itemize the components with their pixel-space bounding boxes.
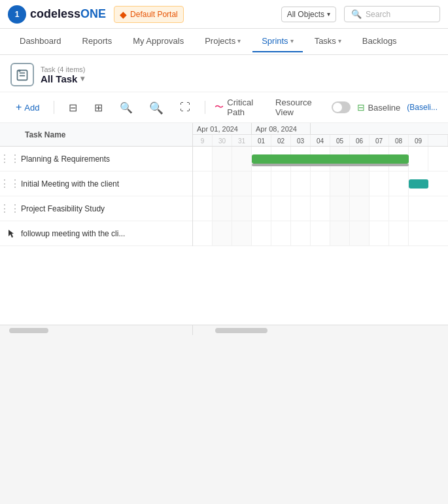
gantt-chart-row-4 <box>193 221 448 246</box>
task-icon <box>10 63 34 86</box>
main-content: Task (4 items) All Task ▾ + Add ⊟ ⊞ 🔍 🔍 … <box>0 55 448 335</box>
gantt-date-header: Apr 01, 2024 Apr 08, 2024 9 30 31 01 02 … <box>193 123 448 147</box>
tasks-arrow-icon: ▾ <box>338 37 341 45</box>
left-scrollbar[interactable] <box>0 325 193 335</box>
drag-dots-icon-1: ⋮⋮ <box>0 153 20 165</box>
critical-path-button[interactable]: 〜 Critical Path <box>215 98 269 117</box>
nav-backlogs[interactable]: Backlogs <box>353 31 406 52</box>
nav-sprints[interactable]: Sprints ▾ <box>252 31 302 52</box>
task-row-1[interactable]: ⋮⋮ Planning & Requirements <box>0 147 192 171</box>
date-day-02: 02 <box>271 135 291 147</box>
gantt-container: Task Name ⋮⋮ Planning & Requirements ⋮⋮ … <box>0 123 448 246</box>
task-name-col-header: Task Name <box>20 130 192 139</box>
baseline-label: Baseline <box>368 103 400 113</box>
date-day-04: 04 <box>311 135 330 147</box>
task-title-text: All Task <box>41 73 77 84</box>
topbar: 1 codelessONE ◆ Default Portal All Objec… <box>0 0 448 29</box>
gantt-progress-planning <box>252 164 409 166</box>
task-title-arrow-icon: ▾ <box>80 74 84 83</box>
date-day-09: 09 <box>409 135 428 147</box>
search-placeholder: Search <box>366 10 390 19</box>
nav-tasks[interactable]: Tasks ▾ <box>305 31 351 52</box>
nav-dashboard[interactable]: Dashboard <box>10 31 71 52</box>
date-day-06: 06 <box>350 135 370 147</box>
row-drag-handle-2[interactable]: ⋮⋮ <box>0 177 20 190</box>
svg-point-3 <box>18 70 20 72</box>
expand-icon: ⊞ <box>94 101 103 114</box>
row-drag-handle-1[interactable]: ⋮⋮ <box>0 153 20 165</box>
drag-dots-icon-2: ⋮⋮ <box>0 177 20 190</box>
search-box[interactable]: 🔍 Search <box>344 6 440 22</box>
add-label: Add <box>24 103 39 113</box>
collapse-button[interactable]: ⊟ <box>63 99 82 117</box>
zoom-in-button[interactable]: 🔍 <box>145 99 168 117</box>
date-day-08: 08 <box>389 135 409 147</box>
objects-label: All Objects <box>287 10 324 19</box>
task-title-area: Task (4 items) All Task ▾ <box>41 65 85 84</box>
bottom-scroll-area <box>0 325 448 335</box>
gantt-chart-rows <box>193 147 448 246</box>
logo[interactable]: 1 codelessONE <box>8 5 106 24</box>
logo-icon: 1 <box>8 5 26 24</box>
all-objects-button[interactable]: All Objects ▾ <box>281 7 336 22</box>
separator-2 <box>205 101 205 114</box>
resource-view-button[interactable]: Resource View <box>275 98 351 117</box>
gantt-chart-row-2 <box>193 171 448 196</box>
row-drag-handle-3[interactable]: ⋮⋮ <box>0 202 20 215</box>
resource-view-toggle[interactable] <box>332 101 351 113</box>
date-day-30: 30 <box>213 135 232 147</box>
critical-path-icon: 〜 <box>215 101 224 113</box>
right-scroll-thumb[interactable] <box>215 328 267 333</box>
task-name-4: followup meeting with the cli... <box>20 229 192 238</box>
task-row-4[interactable]: followup meeting with the cli... <box>0 221 192 246</box>
gantt-bar-initial-meeting[interactable] <box>409 179 428 189</box>
task-row-3[interactable]: ⋮⋮ Project Feasibility Study <box>0 196 192 221</box>
portal-icon: ◆ <box>120 9 127 20</box>
cursor-icon <box>7 228 15 239</box>
nav-reports[interactable]: Reports <box>73 31 122 52</box>
baseline-button[interactable]: ⊟ Baseline <box>357 102 400 113</box>
left-scroll-thumb[interactable] <box>9 328 48 333</box>
search-icon: 🔍 <box>351 9 362 19</box>
sprints-arrow-icon: ▾ <box>290 37 294 45</box>
gantt-task-list: Task Name ⋮⋮ Planning & Requirements ⋮⋮ … <box>0 123 193 246</box>
navbar: Dashboard Reports My Approvals Projects … <box>0 29 448 55</box>
date-day-07: 07 <box>370 135 389 147</box>
critical-path-label: Critical Path <box>227 98 269 117</box>
zoom-out-button[interactable]: 🔍 <box>114 99 138 117</box>
projects-arrow-icon: ▾ <box>237 37 241 45</box>
zoom-in-icon: 🔍 <box>149 101 164 115</box>
fullscreen-button[interactable]: ⛶ <box>175 99 196 116</box>
task-subtitle: Task (4 items) <box>41 65 85 73</box>
task-title-dropdown[interactable]: All Task ▾ <box>41 73 85 84</box>
add-button[interactable]: + Add <box>10 99 44 116</box>
date-day-10 <box>428 135 448 147</box>
task-row-2[interactable]: ⋮⋮ Initial Meeting with the client <box>0 171 192 196</box>
objects-chevron-icon: ▾ <box>327 10 330 18</box>
task-name-3: Project Feasibility Study <box>20 204 192 213</box>
expand-button[interactable]: ⊞ <box>89 99 108 117</box>
right-scrollbar[interactable] <box>193 325 448 335</box>
gantt-bar-planning[interactable] <box>252 154 409 164</box>
date-day-31: 31 <box>232 135 252 147</box>
baseline-icon: ⊟ <box>357 102 365 113</box>
date-day-05: 05 <box>330 135 350 147</box>
nav-projects[interactable]: Projects ▾ <box>196 31 250 52</box>
fullscreen-icon: ⛶ <box>180 101 190 113</box>
resource-view-label: Resource View <box>275 98 328 117</box>
baseline-link[interactable]: (Baseli... <box>407 103 438 112</box>
date-day-03: 03 <box>291 135 311 147</box>
logo-text: codelessONE <box>30 7 106 21</box>
date-week-1: Apr 01, 2024 <box>193 123 252 134</box>
task-name-1: Planning & Requirements <box>20 154 192 164</box>
collapse-icon: ⊟ <box>69 101 77 114</box>
gantt-table-header: Task Name <box>0 123 192 147</box>
portal-button[interactable]: ◆ Default Portal <box>114 6 184 23</box>
gantt-chart-row-1 <box>193 147 448 171</box>
nav-approvals[interactable]: My Approvals <box>124 31 193 52</box>
task-header: Task (4 items) All Task ▾ <box>0 55 448 92</box>
portal-label: Default Portal <box>130 10 178 19</box>
zoom-out-icon: 🔍 <box>120 101 133 114</box>
row-drag-handle-4[interactable] <box>0 228 20 239</box>
date-day-01: 01 <box>252 135 271 147</box>
